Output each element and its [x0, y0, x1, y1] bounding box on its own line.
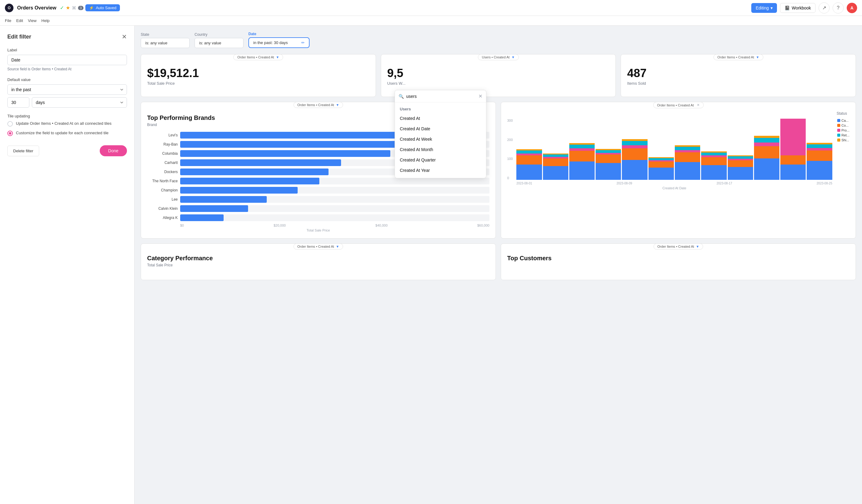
auto-saved-label: Auto Saved — [96, 5, 116, 10]
legend-color-0 — [837, 119, 840, 122]
x-label-1: 2023-08-09 — [616, 182, 632, 185]
x-label-3: 2023-08-25 — [817, 182, 832, 185]
metric-value-2: 487 — [627, 67, 849, 80]
metric-label-2: Items Sold — [627, 81, 849, 85]
help-button[interactable]: ? — [833, 2, 844, 13]
customers-filter-icon[interactable]: ▼ — [696, 245, 699, 248]
country-filter-value: is: any value — [199, 41, 221, 45]
dropdown-section: Users Created At Created At Date Created… — [395, 103, 486, 178]
dropdown-item-0[interactable]: Created At — [395, 113, 486, 123]
radio-circle-custom — [7, 131, 13, 136]
stack-col-10 — [754, 119, 780, 180]
metric-value-0: $19,512.1 — [147, 67, 369, 80]
charts-row: Order Items • Created At ▼ Top Performin… — [141, 102, 856, 239]
auto-saved-badge: ⚡ Auto Saved — [85, 4, 120, 11]
y-label-0: 0 — [507, 176, 513, 180]
stacked-bars-area: 2023-08-01 2023-08-09 2023-08-17 2023-08… — [515, 116, 833, 190]
state-filter-label: State — [141, 32, 190, 37]
date-filter-select[interactable]: in the past: 30 days ✏ — [248, 37, 310, 48]
radio-text-all: Update Order Items • Created At on all c… — [16, 121, 112, 126]
default-value-label: Default value — [7, 77, 127, 82]
default-number-input[interactable] — [7, 97, 29, 108]
customers-title: Top Customers — [507, 255, 849, 262]
y-label-100: 100 — [507, 157, 513, 161]
country-filter-label: Country — [195, 32, 244, 37]
stack-col-8 — [701, 119, 727, 180]
radio-circle-all — [7, 121, 13, 127]
stack-col-9 — [728, 119, 753, 180]
dropdown-item-3[interactable]: Created At Month — [395, 144, 486, 155]
dropdown-item-1[interactable]: Created At Date — [395, 123, 486, 134]
search-dropdown: 🔍 ✕ Users Created At Created At Date Cre… — [395, 90, 486, 178]
legend-header: Status — [507, 111, 849, 116]
bottom-row: Order Items • Created At ▼ Category Perf… — [141, 243, 856, 280]
clear-search-button[interactable]: ✕ — [479, 93, 482, 99]
state-filter-value: is: any value — [145, 41, 167, 45]
filter-icon-2[interactable]: ▼ — [756, 55, 759, 59]
default-value-select[interactable]: in the past — [7, 84, 127, 95]
dropdown-item-2[interactable]: Created At Week — [395, 134, 486, 144]
menu-view[interactable]: View — [28, 18, 36, 23]
stacked-filter-icon[interactable]: ✕ — [697, 103, 700, 107]
legend-color-1 — [837, 124, 840, 127]
legend-item-3: Ret... — [837, 133, 849, 137]
menu-help[interactable]: Help — [41, 18, 50, 23]
stack-col-4 — [596, 119, 621, 180]
workbook-button[interactable]: 📓 Workbook — [780, 3, 815, 13]
share-icon: ↗ — [822, 5, 826, 11]
tile-updating-label: Tile updating — [7, 114, 127, 118]
legend-color-3 — [837, 134, 840, 137]
menu-file[interactable]: File — [5, 18, 11, 23]
search-input[interactable] — [406, 94, 476, 99]
metric-tile-0: Order Items • Created At ▼ $19,512.1 Tot… — [141, 54, 376, 97]
chevron-down-icon: ▾ — [771, 5, 773, 10]
topbar: O Orders Overview ✓ ★ ⌘ 3 ⚡ Auto Saved E… — [0, 0, 862, 16]
topbar-right: Editing ▾ 📓 Workbook ↗ ? A — [751, 2, 857, 13]
radio-option-all[interactable]: Update Order Items • Created At on all c… — [7, 121, 127, 127]
menubar: File Edit View Help — [0, 16, 862, 26]
filter-icon-1[interactable]: ▼ — [511, 55, 515, 59]
star-icon: ★ — [66, 5, 70, 11]
label-group: Label Source field is Order Items • Crea… — [7, 48, 127, 71]
top-customers-tile: Order Items • Created At ▼ Top Customers — [501, 243, 856, 280]
x-axis-label: Created At Date — [515, 186, 833, 190]
dropdown-section-header: Users — [395, 105, 486, 113]
filter-icon-0[interactable]: ▼ — [276, 55, 279, 59]
x-label-0: 2023-08-01 — [516, 182, 532, 185]
editing-button[interactable]: Editing ▾ — [751, 3, 777, 13]
top-brands-filter-icon[interactable]: ▼ — [336, 103, 339, 107]
tile-updating-section: Tile updating Update Order Items • Creat… — [7, 114, 127, 136]
x-label-2: 2023-08-17 — [716, 182, 732, 185]
country-filter-select[interactable]: is: any value — [195, 38, 244, 48]
close-button[interactable]: ✕ — [122, 33, 127, 40]
stacked-tag: Order Items • Created At ✕ — [653, 102, 704, 108]
category-performance-tile: Order Items • Created At ▼ Category Perf… — [141, 243, 496, 280]
avatar[interactable]: A — [847, 3, 857, 13]
legend-item-2: Pro... — [837, 129, 849, 132]
edit-pencil-icon[interactable]: ✏ — [301, 40, 305, 45]
category-filter-icon[interactable]: ▼ — [336, 245, 339, 248]
share-button[interactable]: ↗ — [819, 2, 830, 13]
stacked-bars — [515, 119, 833, 180]
dropdown-item-5[interactable]: Created At Year — [395, 165, 486, 175]
source-field-text: Source field is Order Items • Created At — [7, 67, 127, 71]
done-button[interactable]: Done — [100, 145, 127, 156]
menu-edit[interactable]: Edit — [16, 18, 23, 23]
help-icon: ? — [837, 5, 840, 11]
date-filter-value: in the past: 30 days — [253, 40, 288, 45]
edit-filter-panel: Edit filter ✕ Label Source field is Orde… — [0, 26, 134, 504]
bar-row-8: Calvin Klein — [147, 205, 489, 212]
delete-filter-button[interactable]: Delete filter — [7, 146, 39, 156]
state-filter-select[interactable]: is: any value — [141, 38, 190, 48]
legend-item-1: Co... — [837, 123, 849, 127]
top-brands-tag: Order Items • Created At ▼ — [293, 102, 343, 108]
stack-col-1 — [516, 119, 542, 180]
default-unit-select[interactable]: days — [32, 97, 127, 108]
x-axis: $0 $20,000 $40,000 $60,000 — [147, 224, 489, 227]
date-filter: Date in the past: 30 days ✏ — [248, 32, 310, 48]
link-count-badge: 3 — [78, 6, 83, 10]
dropdown-item-4[interactable]: Created At Quarter — [395, 155, 486, 165]
stacked-content: 300 200 100 0 — [507, 116, 849, 190]
label-input[interactable] — [7, 55, 127, 65]
radio-option-custom[interactable]: Customize the field to update for each c… — [7, 130, 127, 136]
